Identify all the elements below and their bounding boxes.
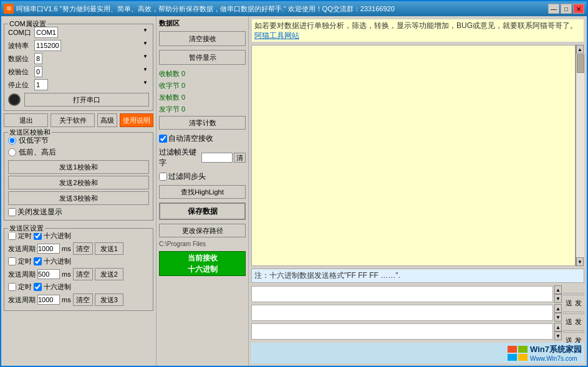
scroll-thumb[interactable]	[577, 54, 584, 73]
send-period-row-2: 发送周期 ms 清空 发送2	[8, 268, 149, 280]
auto-clear-checkbox[interactable]	[159, 135, 167, 143]
sync-checkbox[interactable]	[159, 173, 167, 181]
scroll-down-button[interactable]: ▼	[576, 257, 584, 266]
auto-clear-row: 自动清空接收	[159, 133, 246, 144]
stop-bits-wrapper: 11.52	[34, 79, 149, 90]
send3-button[interactable]: 发送3	[95, 293, 123, 306]
close-send-display-label: 关闭发送显示	[17, 207, 62, 217]
data-area-title: 数据区	[159, 19, 246, 28]
stop-bits-select[interactable]: 11.52	[34, 79, 48, 90]
info-text: 如若要对数据进行单独分析，筛选，转换，显示等功能增加，BUG或意见，就要联系阿猫…	[254, 21, 577, 30]
stop-bits-row: 停止位 11.52	[8, 79, 149, 90]
hex2-checkbox[interactable]	[34, 257, 42, 265]
radio-low-byte[interactable]	[8, 136, 16, 145]
recv-textarea[interactable]	[252, 45, 575, 265]
scroll-up-button[interactable]: ▲	[576, 45, 584, 54]
clear1-button[interactable]: 清空	[73, 242, 93, 255]
save-path-display: C:\Program Files	[159, 241, 246, 247]
send1-scrollbar: ▲ ▼	[554, 285, 562, 303]
exit-button[interactable]: 退出	[4, 113, 48, 127]
send1-scroll-down[interactable]: ▼	[554, 294, 562, 303]
send1-button[interactable]: 发送1	[95, 242, 123, 255]
send3-scrollbar: ▲ ▼	[554, 323, 562, 340]
filter-input[interactable]	[201, 153, 233, 163]
checksum-title: 发送区校验和	[8, 128, 52, 137]
parity-label: 校验位	[8, 67, 34, 77]
window-title: 呵猫串口V1.6 "努力做到最实用、简单、高效，帮助分析保存数据，做串口数据的好…	[16, 4, 395, 14]
data-bits-row: 数据位 5678	[8, 53, 149, 64]
send2-scroll-down[interactable]: ▼	[554, 313, 562, 322]
timer2-checkbox[interactable]	[8, 257, 16, 265]
timer3-checkbox[interactable]	[8, 283, 16, 291]
baud-select-wrapper: 9600192003840057600115200	[34, 40, 149, 51]
stop-bits-label: 停止位	[8, 80, 34, 90]
info-link[interactable]: 阿猫工具网站	[254, 31, 299, 40]
period3-label: 发送周期	[8, 295, 36, 305]
send3-scroll-down[interactable]: ▼	[554, 331, 562, 340]
send3-scroll-up[interactable]: ▲	[554, 323, 562, 331]
send-row-3: 定时 十六进制	[8, 282, 149, 292]
clear-count-button[interactable]: 清零计数	[159, 116, 246, 130]
data-bits-wrapper: 5678	[34, 53, 149, 64]
open-port-row: 打开串口	[8, 93, 149, 107]
radio-low-high[interactable]	[8, 148, 16, 156]
right-panel: 如若要对数据进行单独分析，筛选，转换，显示等功能增加，BUG或意见，就要联系阿猫…	[248, 16, 587, 366]
send-input-1[interactable]	[251, 286, 553, 302]
recv-frames-stat: 收帧数 0	[159, 69, 246, 79]
clear3-button[interactable]: 清空	[73, 293, 93, 306]
hex-recv-button[interactable]: 当前接收 十六进制	[159, 251, 246, 276]
period1-label: 发送周期	[8, 244, 36, 254]
period3-input[interactable]	[37, 295, 60, 305]
send2-scrollbar: ▲ ▼	[554, 304, 562, 322]
close-send-display-row: 关闭发送显示	[8, 207, 149, 217]
hint-bar: 注：十六进制数据发送格式"FF FF FF ……".	[251, 269, 584, 283]
filter-clear-button[interactable]: 清	[234, 153, 246, 163]
checksum2-button[interactable]: 发送2校验和	[8, 176, 149, 189]
baud-row: 波特率 9600192003840057600115200	[8, 40, 149, 51]
checksum1-button[interactable]: 发送1校验和	[8, 160, 149, 174]
period2-input[interactable]	[37, 269, 60, 279]
about-button[interactable]: 关于软件	[51, 113, 95, 127]
filter-label: 过滤帧关键字	[159, 147, 200, 168]
win7-text-group: Win7系统家园 Www.Win7s.com	[530, 344, 582, 362]
send-settings-group: 发送区设置 定时 十六进制 发送周期 ms 清空 发送1	[4, 228, 153, 311]
usage-button[interactable]: 使用说明	[120, 113, 153, 127]
svg-rect-2	[508, 354, 517, 361]
sync-row: 过滤同步头	[159, 171, 246, 182]
send-area-row-2: ▲ ▼ 发送	[251, 304, 584, 322]
svg-rect-3	[518, 354, 528, 361]
main-content: COM属设置 COM口 COM1COM2COM3COM4 波特率 9600192…	[1, 16, 587, 366]
send1-scroll-up[interactable]: ▲	[554, 285, 562, 294]
advanced-button[interactable]: 高级	[97, 113, 117, 127]
send-area-row-1: ▲ ▼ 发送	[251, 285, 584, 303]
clear-recv-button[interactable]: 清空接收	[159, 31, 246, 46]
hex1-label: 十六进制	[44, 231, 71, 241]
baud-select[interactable]: 9600192003840057600115200	[34, 40, 61, 51]
window-controls: — □ ✕	[548, 4, 584, 14]
hex3-checkbox[interactable]	[34, 283, 42, 291]
parity-row: 校验位 012	[8, 66, 149, 77]
send-input-2[interactable]	[251, 305, 553, 321]
data-bits-select[interactable]: 5678	[34, 53, 42, 64]
maximize-button[interactable]: □	[561, 4, 572, 14]
send2-scroll-up[interactable]: ▲	[554, 304, 562, 313]
highlight-button[interactable]: 查找HighLight	[159, 185, 246, 199]
checksum3-button[interactable]: 发送3校验和	[8, 191, 149, 205]
clear2-button[interactable]: 清空	[73, 268, 93, 280]
close-button[interactable]: ✕	[573, 4, 584, 14]
period1-input[interactable]	[37, 244, 60, 254]
save-data-button[interactable]: 保存数据	[159, 203, 246, 220]
send-input-3[interactable]	[251, 323, 553, 340]
port-indicator[interactable]	[8, 93, 21, 106]
com-select[interactable]: COM1COM2COM3COM4	[34, 27, 58, 38]
open-port-button[interactable]: 打开串口	[24, 93, 149, 107]
send2-button[interactable]: 发送2	[95, 268, 123, 280]
pause-display-button[interactable]: 暂停显示	[159, 50, 246, 65]
hex2-label: 十六进制	[44, 257, 71, 266]
close-send-display-checkbox[interactable]	[8, 208, 16, 216]
minimize-button[interactable]: —	[548, 4, 559, 14]
app-icon: 串	[4, 4, 14, 14]
change-path-button[interactable]: 更改保存路径	[159, 224, 246, 237]
parity-select[interactable]: 012	[34, 66, 42, 77]
period2-label: 发送周期	[8, 270, 36, 279]
